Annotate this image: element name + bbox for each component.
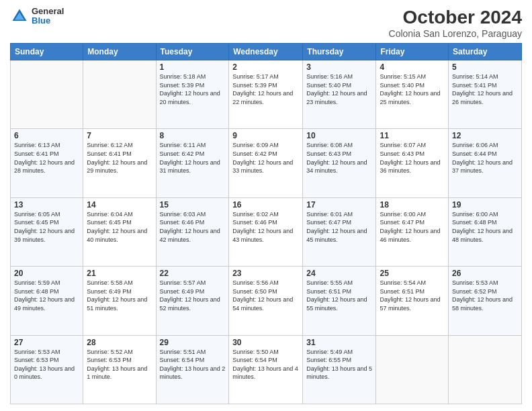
calendar-header-friday: Friday xyxy=(376,44,449,60)
day-number: 25 xyxy=(380,269,445,278)
day-number: 13 xyxy=(14,200,79,210)
calendar-cell: 26Sunrise: 5:53 AMSunset: 6:52 PMDayligh… xyxy=(449,267,522,335)
day-info: Sunrise: 5:58 AMSunset: 6:49 PMDaylight:… xyxy=(87,279,152,312)
day-info: Sunrise: 6:01 AMSunset: 6:47 PMDaylight:… xyxy=(306,210,372,244)
day-info: Sunrise: 6:08 AMSunset: 6:43 PMDaylight:… xyxy=(306,141,372,175)
day-info: Sunrise: 5:57 AMSunset: 6:49 PMDaylight:… xyxy=(160,279,226,312)
calendar-cell: 20Sunrise: 5:59 AMSunset: 6:48 PMDayligh… xyxy=(11,267,83,335)
calendar-cell: 14Sunrise: 6:04 AMSunset: 6:45 PMDayligh… xyxy=(83,197,156,266)
page: General Blue October 2024 Colonia San Lo… xyxy=(0,0,532,411)
calendar-week-1: 6Sunrise: 6:13 AMSunset: 6:41 PMDaylight… xyxy=(11,129,522,197)
calendar-cell: 9Sunrise: 6:09 AMSunset: 6:42 PMDaylight… xyxy=(229,129,303,197)
calendar-cell: 24Sunrise: 5:55 AMSunset: 6:51 PMDayligh… xyxy=(303,267,376,335)
day-number: 20 xyxy=(14,269,79,278)
calendar-week-3: 20Sunrise: 5:59 AMSunset: 6:48 PMDayligh… xyxy=(11,267,522,335)
day-number: 3 xyxy=(306,62,372,72)
calendar-header-saturday: Saturday xyxy=(449,44,522,60)
day-info: Sunrise: 5:54 AMSunset: 6:51 PMDaylight:… xyxy=(380,279,445,312)
day-info: Sunrise: 5:53 AMSunset: 6:53 PMDaylight:… xyxy=(14,348,79,381)
calendar-cell: 27Sunrise: 5:53 AMSunset: 6:53 PMDayligh… xyxy=(11,335,83,404)
day-number: 19 xyxy=(452,200,518,210)
day-number: 15 xyxy=(160,200,226,210)
day-number: 10 xyxy=(306,131,372,140)
day-info: Sunrise: 5:52 AMSunset: 6:53 PMDaylight:… xyxy=(87,348,152,381)
day-info: Sunrise: 5:59 AMSunset: 6:48 PMDaylight:… xyxy=(14,279,79,312)
day-info: Sunrise: 6:06 AMSunset: 6:44 PMDaylight:… xyxy=(452,141,518,175)
day-info: Sunrise: 6:13 AMSunset: 6:41 PMDaylight:… xyxy=(14,141,79,175)
calendar-cell: 18Sunrise: 6:00 AMSunset: 6:47 PMDayligh… xyxy=(376,197,449,266)
calendar-cell: 11Sunrise: 6:07 AMSunset: 6:43 PMDayligh… xyxy=(376,129,449,197)
day-info: Sunrise: 5:50 AMSunset: 6:54 PMDaylight:… xyxy=(232,348,299,381)
day-number: 1 xyxy=(160,62,226,72)
calendar-week-2: 13Sunrise: 6:05 AMSunset: 6:45 PMDayligh… xyxy=(11,197,522,266)
day-info: Sunrise: 6:07 AMSunset: 6:43 PMDaylight:… xyxy=(380,141,445,175)
calendar-cell: 28Sunrise: 5:52 AMSunset: 6:53 PMDayligh… xyxy=(83,335,156,404)
day-number: 29 xyxy=(160,338,226,347)
month-title: October 2024 xyxy=(389,7,522,28)
calendar-cell: 4Sunrise: 5:15 AMSunset: 5:40 PMDaylight… xyxy=(376,60,449,129)
header: General Blue October 2024 Colonia San Lo… xyxy=(10,7,522,39)
location: Colonia San Lorenzo, Paraguay xyxy=(389,28,522,39)
calendar-header-row: SundayMondayTuesdayWednesdayThursdayFrid… xyxy=(11,44,522,60)
day-number: 27 xyxy=(14,338,79,347)
calendar-cell xyxy=(376,335,449,404)
day-number: 6 xyxy=(14,131,79,140)
calendar-cell: 10Sunrise: 6:08 AMSunset: 6:43 PMDayligh… xyxy=(303,129,376,197)
calendar-cell: 12Sunrise: 6:06 AMSunset: 6:44 PMDayligh… xyxy=(449,129,522,197)
calendar-header-wednesday: Wednesday xyxy=(229,44,303,60)
logo: General Blue xyxy=(10,7,64,26)
calendar-week-0: 1Sunrise: 5:18 AMSunset: 5:39 PMDaylight… xyxy=(11,60,522,129)
day-number: 22 xyxy=(160,269,226,278)
day-number: 16 xyxy=(232,200,299,210)
day-info: Sunrise: 6:11 AMSunset: 6:42 PMDaylight:… xyxy=(160,141,226,175)
title-block: October 2024 Colonia San Lorenzo, Paragu… xyxy=(389,7,522,39)
calendar-cell: 21Sunrise: 5:58 AMSunset: 6:49 PMDayligh… xyxy=(83,267,156,335)
day-number: 4 xyxy=(380,62,445,72)
calendar-cell: 2Sunrise: 5:17 AMSunset: 5:39 PMDaylight… xyxy=(229,60,303,129)
calendar-cell: 30Sunrise: 5:50 AMSunset: 6:54 PMDayligh… xyxy=(229,335,303,404)
calendar-week-4: 27Sunrise: 5:53 AMSunset: 6:53 PMDayligh… xyxy=(11,335,522,404)
day-info: Sunrise: 5:51 AMSunset: 6:54 PMDaylight:… xyxy=(160,348,226,381)
day-number: 7 xyxy=(87,131,152,140)
day-number: 28 xyxy=(87,338,152,347)
day-number: 9 xyxy=(232,131,299,140)
day-info: Sunrise: 6:00 AMSunset: 6:48 PMDaylight:… xyxy=(452,210,518,244)
day-info: Sunrise: 6:02 AMSunset: 6:46 PMDaylight:… xyxy=(232,210,299,244)
day-info: Sunrise: 6:03 AMSunset: 6:46 PMDaylight:… xyxy=(160,210,226,244)
day-number: 11 xyxy=(380,131,445,140)
calendar-table: SundayMondayTuesdayWednesdayThursdayFrid… xyxy=(10,43,522,404)
day-info: Sunrise: 6:04 AMSunset: 6:45 PMDaylight:… xyxy=(87,210,152,244)
logo-icon xyxy=(10,7,29,26)
day-number: 2 xyxy=(232,62,299,72)
day-number: 26 xyxy=(452,269,518,278)
day-info: Sunrise: 5:55 AMSunset: 6:51 PMDaylight:… xyxy=(306,279,372,312)
day-info: Sunrise: 5:15 AMSunset: 5:40 PMDaylight:… xyxy=(380,73,445,106)
calendar-cell: 23Sunrise: 5:56 AMSunset: 6:50 PMDayligh… xyxy=(229,267,303,335)
calendar-cell: 8Sunrise: 6:11 AMSunset: 6:42 PMDaylight… xyxy=(156,129,229,197)
day-info: Sunrise: 5:17 AMSunset: 5:39 PMDaylight:… xyxy=(232,73,299,106)
day-number: 8 xyxy=(160,131,226,140)
calendar-header-thursday: Thursday xyxy=(303,44,376,60)
calendar-cell: 17Sunrise: 6:01 AMSunset: 6:47 PMDayligh… xyxy=(303,197,376,266)
logo-text: General Blue xyxy=(32,7,64,26)
calendar-cell: 29Sunrise: 5:51 AMSunset: 6:54 PMDayligh… xyxy=(156,335,229,404)
day-info: Sunrise: 5:56 AMSunset: 6:50 PMDaylight:… xyxy=(232,279,299,312)
day-info: Sunrise: 5:14 AMSunset: 5:41 PMDaylight:… xyxy=(452,73,518,106)
day-info: Sunrise: 5:53 AMSunset: 6:52 PMDaylight:… xyxy=(452,279,518,312)
day-number: 18 xyxy=(380,200,445,210)
day-number: 5 xyxy=(452,62,518,72)
calendar-cell: 6Sunrise: 6:13 AMSunset: 6:41 PMDaylight… xyxy=(11,129,83,197)
calendar-cell xyxy=(11,60,83,129)
day-number: 30 xyxy=(232,338,299,347)
calendar-cell: 3Sunrise: 5:16 AMSunset: 5:40 PMDaylight… xyxy=(303,60,376,129)
calendar-cell: 19Sunrise: 6:00 AMSunset: 6:48 PMDayligh… xyxy=(449,197,522,266)
calendar-cell: 16Sunrise: 6:02 AMSunset: 6:46 PMDayligh… xyxy=(229,197,303,266)
calendar-cell: 25Sunrise: 5:54 AMSunset: 6:51 PMDayligh… xyxy=(376,267,449,335)
day-number: 21 xyxy=(87,269,152,278)
day-number: 12 xyxy=(452,131,518,140)
day-number: 23 xyxy=(232,269,299,278)
calendar-cell: 15Sunrise: 6:03 AMSunset: 6:46 PMDayligh… xyxy=(156,197,229,266)
logo-blue-text: Blue xyxy=(32,16,64,26)
calendar-cell: 22Sunrise: 5:57 AMSunset: 6:49 PMDayligh… xyxy=(156,267,229,335)
day-info: Sunrise: 6:12 AMSunset: 6:41 PMDaylight:… xyxy=(87,141,152,175)
